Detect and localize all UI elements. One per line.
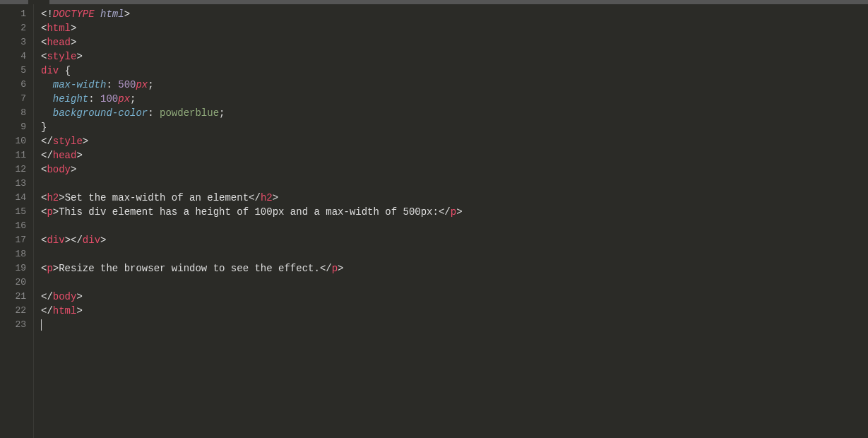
doctype-attr: html (100, 8, 124, 20)
code-line[interactable]: <!DOCTYPE html> (41, 7, 868, 21)
tag-name: body (47, 164, 71, 175)
code-line[interactable]: <style> (41, 49, 868, 64)
text-cursor (41, 319, 42, 331)
css-selector: div (41, 65, 59, 76)
tag-name: h2 (261, 192, 273, 203)
line-number-gutter: 1234567891011121314151617181920212223 (0, 4, 34, 438)
line-number: 14 (0, 191, 33, 205)
line-number: 2 (0, 21, 33, 35)
line-number: 9 (0, 120, 33, 134)
line-number: 17 (0, 233, 33, 247)
line-number: 19 (0, 261, 33, 276)
code-line[interactable]: div { (41, 64, 868, 78)
code-line[interactable]: </style> (41, 134, 868, 148)
tag-name: html (53, 305, 77, 316)
tag-name: p (332, 263, 338, 274)
punct: <! (41, 8, 53, 20)
code-line[interactable]: </head> (41, 148, 868, 162)
code-editor[interactable]: 1234567891011121314151617181920212223 <!… (0, 4, 868, 438)
tag-name: head (47, 37, 71, 48)
line-number: 22 (0, 304, 33, 318)
line-number: 15 (0, 205, 33, 219)
tag-name: style (47, 51, 76, 62)
tag-name: div (47, 235, 64, 246)
tag-name: p (47, 206, 52, 218)
code-line[interactable]: <p>Resize the browser window to see the … (41, 261, 868, 276)
line-number: 16 (0, 219, 33, 233)
text-content: Set the max-width of an element (65, 192, 249, 203)
code-line[interactable] (41, 276, 868, 290)
line-number: 13 (0, 177, 33, 191)
line-number: 1 (0, 7, 33, 21)
code-line[interactable]: <body> (41, 162, 868, 177)
line-number: 20 (0, 276, 33, 290)
code-line[interactable]: <p>This div element has a height of 100p… (41, 205, 868, 219)
text-content: This div element has a height of 100px a… (59, 206, 439, 218)
tag-name: div (83, 235, 100, 246)
code-line[interactable]: <html> (41, 21, 868, 35)
text-content: Resize the browser window to see the eff… (59, 263, 320, 274)
line-number: 4 (0, 49, 33, 64)
css-value: powderblue (160, 107, 219, 119)
tag-name: p (47, 263, 52, 274)
line-number: 3 (0, 35, 33, 49)
code-line[interactable] (41, 219, 868, 233)
code-area[interactable]: <!DOCTYPE html> <html> <head> <style> di… (34, 4, 868, 438)
code-line[interactable] (41, 318, 868, 332)
css-number: 500 (118, 79, 136, 90)
code-line[interactable]: height: 100px; (41, 92, 868, 106)
code-line[interactable] (41, 177, 868, 191)
line-number: 7 (0, 92, 33, 106)
tag-name: h2 (47, 192, 59, 203)
line-number: 23 (0, 318, 33, 332)
tag-name: head (53, 150, 77, 161)
code-line[interactable]: <head> (41, 35, 868, 49)
code-line[interactable]: max-width: 500px; (41, 78, 868, 92)
tag-name: html (47, 23, 71, 34)
line-number: 12 (0, 162, 33, 177)
line-number: 18 (0, 247, 33, 261)
doctype-keyword: DOCTYPE (53, 8, 95, 20)
line-number: 6 (0, 78, 33, 92)
code-line[interactable]: </html> (41, 304, 868, 318)
css-property: background-color (53, 107, 148, 119)
code-line[interactable]: <div></div> (41, 233, 868, 247)
css-unit: px (136, 79, 148, 90)
line-number: 21 (0, 290, 33, 304)
line-number: 5 (0, 64, 33, 78)
line-number: 8 (0, 106, 33, 120)
css-number: 100 (100, 93, 118, 105)
code-line[interactable] (41, 247, 868, 261)
code-line[interactable]: } (41, 120, 868, 134)
tag-name: style (53, 136, 83, 147)
code-line[interactable]: <h2>Set the max-width of an element</h2> (41, 191, 868, 205)
line-number: 10 (0, 134, 33, 148)
tag-name: p (451, 206, 456, 218)
code-line[interactable]: background-color: powderblue; (41, 106, 868, 120)
css-unit: px (118, 93, 130, 105)
css-property: height (53, 93, 88, 105)
tag-name: body (53, 291, 77, 302)
code-line[interactable]: </body> (41, 290, 868, 304)
css-property: max-width (53, 79, 107, 90)
line-number: 11 (0, 148, 33, 162)
